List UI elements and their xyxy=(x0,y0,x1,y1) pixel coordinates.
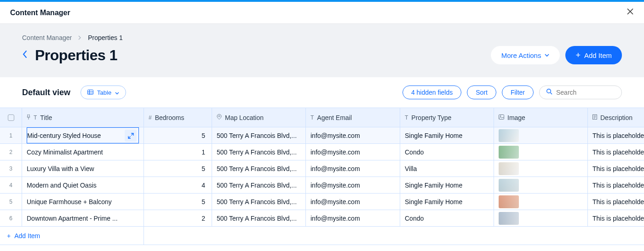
title-text: Downtown Apartment - Prime ... xyxy=(27,215,118,222)
cell-image[interactable] xyxy=(494,194,588,210)
cell-property-type[interactable]: Villa xyxy=(400,160,494,177)
column-header-property-type[interactable]: T Property Type xyxy=(400,108,494,127)
cell-title[interactable]: Mid-century Styled House xyxy=(22,127,144,143)
text-type-icon: T xyxy=(34,114,37,121)
app-title: Content Manager xyxy=(10,9,70,17)
data-table: T Title # Bedrooms Map Location T Agent … xyxy=(0,108,644,245)
cell-bedrooms[interactable]: 4 xyxy=(144,177,212,193)
table-row[interactable]: 1 Mid-century Styled House 5 500 Terry A… xyxy=(0,127,644,144)
image-thumbnail xyxy=(499,212,519,225)
cell-image[interactable] xyxy=(494,127,588,143)
row-number[interactable]: 5 xyxy=(0,194,22,210)
cell-map-location[interactable]: 500 Terry A Francois Blvd,... xyxy=(212,127,306,143)
cell-description[interactable]: This is placeholde xyxy=(588,160,644,177)
add-item-button[interactable]: + Add Item xyxy=(565,46,622,64)
column-header-image[interactable]: Image xyxy=(494,108,588,127)
search-input[interactable] xyxy=(556,89,615,96)
cell-map-location[interactable]: 500 Terry A Francois Blvd,... xyxy=(212,210,306,226)
row-number[interactable]: 6 xyxy=(0,210,22,226)
select-all-header[interactable] xyxy=(0,108,22,127)
cell-image[interactable] xyxy=(494,144,588,160)
table-row[interactable]: 5 Unique Farmhouse + Balcony 5 500 Terry… xyxy=(0,194,644,210)
cell-bedrooms[interactable]: 5 xyxy=(144,194,212,210)
breadcrumb-current: Properties 1 xyxy=(88,34,122,41)
cell-map-location[interactable]: 500 Terry A Francois Blvd,... xyxy=(212,144,306,160)
cell-agent-email[interactable]: info@mysite.com xyxy=(306,210,400,226)
sort-button[interactable]: Sort xyxy=(467,86,496,99)
table-icon xyxy=(87,89,93,96)
cell-property-type[interactable]: Single Family Home xyxy=(400,194,494,210)
cell-bedrooms[interactable]: 1 xyxy=(144,144,212,160)
table-row[interactable]: 6 Downtown Apartment - Prime ... 2 500 T… xyxy=(0,210,644,227)
cell-property-type[interactable]: Condo xyxy=(400,210,494,226)
cell-description[interactable]: This is placeholde xyxy=(588,144,644,160)
cell-agent-email[interactable]: info@mysite.com xyxy=(306,194,400,210)
plus-icon: + xyxy=(7,232,11,240)
cell-image[interactable] xyxy=(494,210,588,226)
image-thumbnail xyxy=(499,146,519,159)
row-number[interactable]: 2 xyxy=(0,144,22,160)
cell-bedrooms[interactable]: 5 xyxy=(144,160,212,177)
cell-map-location[interactable]: 500 Terry A Francois Blvd,... xyxy=(212,160,306,177)
cell-agent-email[interactable]: info@mysite.com xyxy=(306,144,400,160)
search-input-wrap[interactable] xyxy=(539,86,622,99)
column-header-bedrooms[interactable]: # Bedrooms xyxy=(144,108,212,127)
column-header-agent[interactable]: T Agent Email xyxy=(306,108,400,127)
column-header-map[interactable]: Map Location xyxy=(212,108,306,127)
chevron-right-icon xyxy=(78,34,81,41)
cell-agent-email[interactable]: info@mysite.com xyxy=(306,160,400,177)
back-icon[interactable] xyxy=(22,50,28,61)
expand-icon[interactable] xyxy=(125,130,137,142)
title-text: Mid-century Styled House xyxy=(27,132,101,139)
title-text: Cozy Minimalist Apartment xyxy=(27,148,103,156)
column-header-title[interactable]: T Title xyxy=(22,108,144,127)
cell-image[interactable] xyxy=(494,177,588,193)
view-type-selector[interactable]: Table xyxy=(80,86,126,99)
plus-icon: + xyxy=(575,51,581,60)
cell-title[interactable]: Luxury Villa with a View xyxy=(22,160,144,177)
more-actions-label: More Actions xyxy=(501,51,541,59)
cell-title[interactable]: Cozy Minimalist Apartment xyxy=(22,144,144,160)
cell-agent-email[interactable]: info@mysite.com xyxy=(306,127,400,143)
table-row[interactable]: 2 Cozy Minimalist Apartment 1 500 Terry … xyxy=(0,144,644,160)
column-header-description[interactable]: Description xyxy=(588,108,644,127)
number-type-icon: # xyxy=(149,114,152,121)
view-toolbar: Default view Table 4 hidden fields Sort … xyxy=(0,77,644,108)
breadcrumb-root[interactable]: Content Manager xyxy=(22,34,72,41)
cell-title[interactable]: Downtown Apartment - Prime ... xyxy=(22,210,144,226)
cell-image[interactable] xyxy=(494,160,588,177)
svg-point-8 xyxy=(500,115,501,116)
checkbox-icon[interactable] xyxy=(8,114,14,121)
cell-map-location[interactable]: 500 Terry A Francois Blvd,... xyxy=(212,194,306,210)
cell-agent-email[interactable]: info@mysite.com xyxy=(306,177,400,193)
row-number[interactable]: 1 xyxy=(0,127,22,143)
more-actions-button[interactable]: More Actions xyxy=(491,46,560,64)
cell-description[interactable]: This is placeholde xyxy=(588,210,644,226)
text-type-icon: T xyxy=(405,114,408,121)
cell-bedrooms[interactable]: 2 xyxy=(144,210,212,226)
table-row[interactable]: 3 Luxury Villa with a View 5 500 Terry A… xyxy=(0,160,644,177)
title-text: Luxury Villa with a View xyxy=(27,165,94,172)
cell-description[interactable]: This is placeholde xyxy=(588,127,644,143)
row-number[interactable]: 3 xyxy=(0,160,22,177)
hidden-fields-button[interactable]: 4 hidden fields xyxy=(402,86,461,99)
chevron-down-icon xyxy=(115,89,119,96)
cell-description[interactable]: This is placeholde xyxy=(588,177,644,193)
filter-button[interactable]: Filter xyxy=(502,86,534,99)
table-row[interactable]: 4 Modern and Quiet Oasis 4 500 Terry A F… xyxy=(0,177,644,194)
cell-map-location[interactable]: 500 Terry A Francois Blvd,... xyxy=(212,177,306,193)
image-type-icon xyxy=(499,114,504,121)
breadcrumb: Content Manager Properties 1 xyxy=(22,34,622,41)
add-item-row-button[interactable]: + Add Item xyxy=(0,227,144,245)
close-icon[interactable] xyxy=(627,8,634,17)
cell-title[interactable]: Unique Farmhouse + Balcony xyxy=(22,194,144,210)
cell-property-type[interactable]: Single Family Home xyxy=(400,177,494,193)
cell-bedrooms[interactable]: 5 xyxy=(144,127,212,143)
cell-title[interactable]: Modern and Quiet Oasis xyxy=(22,177,144,193)
cell-property-type[interactable]: Condo xyxy=(400,144,494,160)
row-number[interactable]: 4 xyxy=(0,177,22,193)
cell-property-type[interactable]: Single Family Home xyxy=(400,127,494,143)
title-text: Modern and Quiet Oasis xyxy=(27,182,97,189)
cell-description[interactable]: This is placeholde xyxy=(588,194,644,210)
search-icon xyxy=(546,88,552,97)
